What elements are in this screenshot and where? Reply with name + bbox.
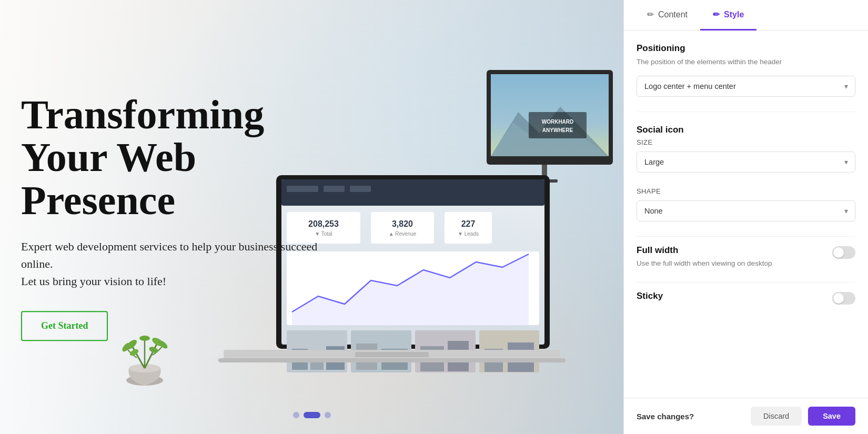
tab-style[interactable]: ✏ Style xyxy=(700,0,756,31)
hero-content: Transforming Your Web Presence Expert we… xyxy=(0,93,358,341)
svg-rect-41 xyxy=(355,352,429,357)
full-width-toggle-knob xyxy=(833,247,844,258)
positioning-dropdown[interactable]: Logo center + menu center Logo left + me… xyxy=(637,76,855,97)
dot-2 xyxy=(304,412,320,418)
sticky-title: Sticky xyxy=(637,291,824,301)
svg-text:3,820: 3,820 xyxy=(392,219,413,228)
svg-text:▼ Leads: ▼ Leads xyxy=(458,231,479,237)
sticky-info: Sticky xyxy=(637,291,832,304)
svg-point-50 xyxy=(148,346,159,354)
get-started-button[interactable]: Get Started xyxy=(21,311,108,341)
svg-rect-5 xyxy=(529,112,587,138)
tab-content-label: Content xyxy=(658,10,688,19)
size-dropdown-wrapper: Small Medium Large Extra Large ▾ xyxy=(637,152,855,173)
full-width-row: Full width Use the full width when viewi… xyxy=(637,236,855,277)
svg-text:227: 227 xyxy=(461,219,476,228)
preview-dots xyxy=(293,412,331,418)
positioning-dropdown-wrapper: Logo center + menu center Logo left + me… xyxy=(637,76,855,97)
svg-text:ANYWHERE: ANYWHERE xyxy=(542,127,573,133)
shape-subsection: Shape None Circle Square Rounded ▾ xyxy=(637,187,855,221)
dot-3 xyxy=(325,412,331,418)
content-icon: ✏ xyxy=(647,9,654,19)
tab-content[interactable]: ✏ Content xyxy=(634,0,700,31)
panel-body: Positioning The position of the elements… xyxy=(624,31,868,398)
tab-style-label: Style xyxy=(724,10,744,19)
sticky-row: Sticky xyxy=(637,282,855,313)
hero-title: Transforming Your Web Presence xyxy=(21,93,337,223)
size-label: Size xyxy=(637,138,855,146)
style-icon: ✏ xyxy=(713,9,720,19)
preview-area: WORKHARD ANYWHERE 208,253 ▼ Total 3 xyxy=(0,0,623,434)
social-icon-title: Social icon xyxy=(637,125,855,135)
svg-rect-40 xyxy=(218,358,566,362)
footer-buttons: Discard Save xyxy=(751,407,855,426)
settings-panel: ✏ Content ✏ Style Positioning The positi… xyxy=(623,0,868,434)
discard-button[interactable]: Discard xyxy=(751,407,802,426)
sticky-toggle[interactable] xyxy=(832,292,855,305)
sticky-toggle-knob xyxy=(833,293,844,304)
svg-text:▲ Revenue: ▲ Revenue xyxy=(389,231,417,237)
positioning-section: Positioning The position of the elements… xyxy=(637,43,855,97)
save-changes-label: Save changes? xyxy=(637,412,694,421)
positioning-desc: The position of the elements within the … xyxy=(637,57,855,67)
full-width-desc: Use the full width when viewing on deskt… xyxy=(637,258,824,269)
hero-subtitle: Expert web development services to help … xyxy=(21,238,337,290)
save-button[interactable]: Save xyxy=(808,407,855,426)
social-icon-section: Social icon xyxy=(637,125,855,135)
svg-text:WORKHARD: WORKHARD xyxy=(542,119,574,125)
dot-1 xyxy=(293,412,299,418)
size-subsection: Size Small Medium Large Extra Large ▾ xyxy=(637,138,855,173)
full-width-title: Full width xyxy=(637,245,824,256)
full-width-info: Full width Use the full width when viewi… xyxy=(637,245,832,269)
panel-tabs: ✏ Content ✏ Style xyxy=(624,0,868,31)
size-dropdown[interactable]: Small Medium Large Extra Large xyxy=(637,152,855,173)
positioning-title: Positioning xyxy=(637,43,855,54)
shape-dropdown-wrapper: None Circle Square Rounded ▾ xyxy=(637,200,855,221)
save-footer: Save changes? Discard Save xyxy=(624,398,868,434)
divider-1 xyxy=(637,112,855,112)
shape-label: Shape xyxy=(637,187,855,195)
shape-dropdown[interactable]: None Circle Square Rounded xyxy=(637,200,855,221)
full-width-toggle[interactable] xyxy=(832,246,855,259)
